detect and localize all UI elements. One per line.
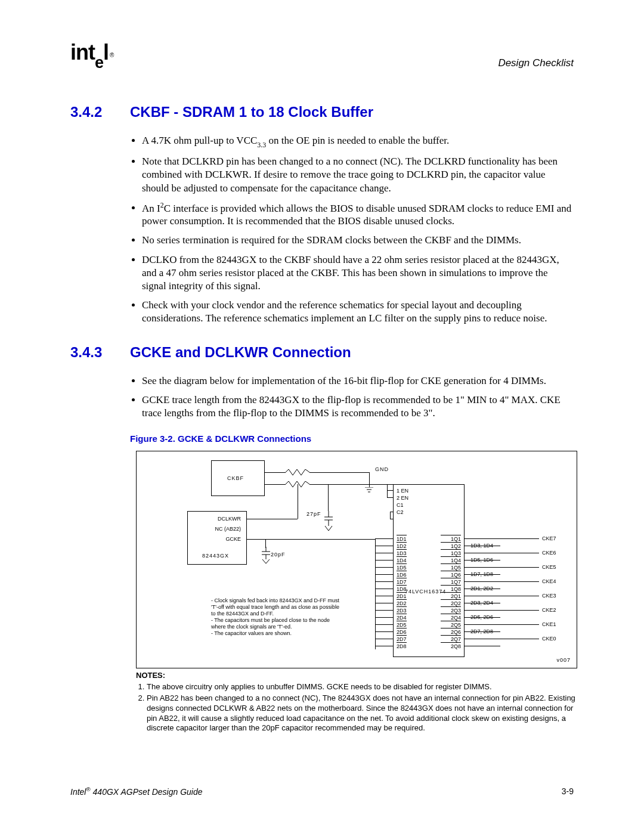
wire: [387, 484, 388, 498]
wire: [465, 646, 500, 646]
section-342-body: A 4.7K ohm pull-up to VCC3.3 on the OE p…: [130, 134, 574, 325]
diagram-note: - The capacitors must be placed close to…: [211, 617, 342, 630]
cke-output-label: [542, 542, 556, 549]
q-pin-label: 2Q3: [441, 606, 461, 614]
d-pin-label: 2D3: [397, 606, 407, 614]
q-feedback-list: 1D3, 1D41D5, 1D61D7, 1D82D1, 2D22D3, 2D4…: [470, 535, 493, 649]
bullet-item: See the diagram below for implementation…: [142, 374, 574, 388]
wire: [375, 560, 393, 561]
pin-label: 2 EN: [397, 494, 408, 501]
page-number: 3-9: [562, 786, 574, 797]
wire: [465, 574, 500, 575]
ground-icon: [365, 487, 373, 497]
d-pin-list: 1D11D21D31D41D51D61D71D82D12D22D32D42D52…: [397, 535, 407, 649]
section-343-body: See the diagram below for implementation…: [130, 374, 574, 420]
cke-output-label: CKE7: [542, 535, 556, 542]
cke-output-label: [542, 628, 556, 635]
wire: [465, 589, 500, 589]
q-pin-label: 2Q6: [441, 628, 461, 635]
note-item: Pin AB22 has been changed to a no connec…: [147, 693, 577, 734]
wire: [375, 603, 393, 603]
q-pin-label: 2Q2: [441, 599, 461, 606]
wire: [465, 560, 500, 561]
cke-output-label: [542, 556, 556, 563]
wire: [375, 639, 393, 639]
d-pin-label: 2D7: [397, 635, 407, 642]
wire: [465, 538, 539, 539]
wire: [375, 538, 393, 539]
figure-caption: Figure 3-2. GCKE & DCLKWR Connections: [130, 433, 574, 445]
diagram-note: - Clock signals fed back into 82443GX an…: [211, 597, 342, 617]
section-heading-343: 3.4.3 GCKE and DCLKWR Connection: [70, 343, 574, 361]
wire: [375, 646, 393, 646]
wire: [465, 610, 539, 611]
cke-output-label: CKE3: [542, 592, 556, 599]
resistor-icon: [286, 469, 309, 478]
q-pin-label: 1Q7: [441, 578, 461, 585]
wire: [369, 484, 387, 485]
wire: [375, 567, 393, 568]
d-pin-label: 1D4: [397, 556, 407, 563]
wire: [465, 639, 539, 639]
q-pin-label: 1Q1: [441, 535, 461, 542]
section-number: 3.4.2: [70, 103, 130, 121]
en-pin-list: 1 EN 2 EN C1 C2: [397, 487, 408, 516]
d-pin-label: 2D8: [397, 642, 407, 649]
d-pin-label: 2D6: [397, 628, 407, 635]
footer-doc-title: Intel® 440GX AGPset Design Guide: [70, 786, 203, 797]
q-pin-list: 1Q11Q21Q31Q41Q51Q61Q71Q82Q12Q22Q32Q42Q52…: [441, 535, 461, 649]
pin-label: 1 EN: [397, 487, 408, 494]
d-pin-label: 2D4: [397, 614, 407, 621]
notes-title: NOTES:: [136, 671, 577, 681]
bullet-item: No series termination is required for th…: [142, 234, 574, 247]
wire: [375, 553, 393, 553]
wire: [375, 631, 393, 632]
cke-output-label: CKE0: [542, 635, 556, 642]
d-pin-label: 1D6: [397, 571, 407, 578]
wire: [465, 546, 500, 546]
cke-output-label: [542, 571, 556, 578]
q-pin-label: 1Q8: [441, 585, 461, 592]
gnd-label: GND: [375, 466, 389, 473]
q-pin-label: 1Q4: [441, 556, 461, 563]
q-pin-label: 2Q1: [441, 592, 461, 599]
wire: [375, 546, 393, 546]
nc-pin-label: NC (AB22): [193, 526, 241, 533]
dclkwr-pin-label: DCLKWR: [193, 516, 241, 523]
section-heading-342: 3.4.2 CKBF - SDRAM 1 to 18 Clock Buffer: [70, 103, 574, 121]
flipflop-label: 74LVCH16374: [405, 589, 446, 596]
pin-label: C1: [397, 501, 408, 509]
wire: [375, 574, 393, 575]
wire: [387, 497, 393, 498]
wire: [465, 603, 500, 603]
wire: [465, 581, 539, 582]
bullet-item: An I2C interface is provided which allow…: [142, 201, 574, 228]
wire: [247, 519, 298, 519]
d-pin-label: 1D8: [397, 585, 407, 592]
d-pin-label: 1D1: [397, 535, 407, 542]
wire: [375, 624, 393, 625]
header-section-label: Design Checklist: [498, 57, 574, 70]
diagram-revision: v007: [556, 657, 571, 664]
wire: [465, 553, 539, 553]
cke-output-label: CKE4: [542, 578, 556, 585]
bullet-item: GCKE trace length from the 82443GX to th…: [142, 394, 574, 420]
wire: [387, 490, 393, 491]
cke-output-label: [542, 599, 556, 606]
q-pin-label: 1Q3: [441, 549, 461, 556]
bullet-item: DCLKO from the 82443GX to the CKBF shoul…: [142, 253, 574, 293]
wire: [298, 484, 298, 519]
cke-output-label: [542, 614, 556, 621]
d-pin-label: 1D2: [397, 542, 407, 549]
diagram-notes: - Clock signals fed back into 82443GX an…: [211, 597, 342, 637]
q-pin-label: 1Q5: [441, 563, 461, 571]
q-pin-label: 2Q7: [441, 635, 461, 642]
chip-label: 82443GX: [202, 553, 229, 560]
wire: [465, 617, 500, 618]
cke-output-list: CKE7CKE6CKE5CKE4CKE3CKE2CKE1CKE0: [542, 535, 556, 649]
q-pin-label: 1Q6: [441, 571, 461, 578]
capacitor-icon: [262, 547, 270, 567]
bullet-item: Note that DCLKRD pin has been changed to…: [142, 155, 574, 194]
diagram-note: - The capacitor values are shown.: [211, 630, 342, 637]
d-pin-label: 2D5: [397, 621, 407, 628]
